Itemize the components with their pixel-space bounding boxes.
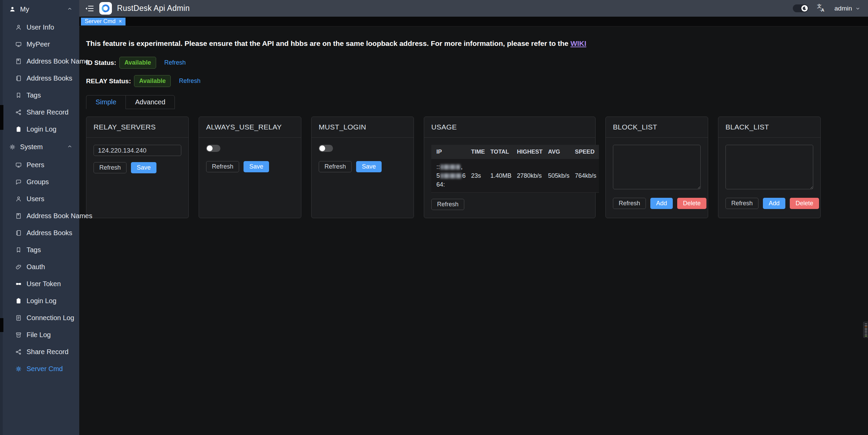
column-header-speed: SPEED: [572, 145, 599, 159]
relay-status-badge: Available: [134, 75, 171, 87]
user-menu[interactable]: admin: [834, 5, 861, 12]
sidebar-group-system[interactable]: System: [0, 138, 79, 156]
menu-fold-icon[interactable]: [85, 5, 94, 12]
sidebar-item-login-log-system[interactable]: Login Log: [0, 292, 79, 309]
id-status-label: ID Status:: [86, 59, 116, 67]
delete-button[interactable]: Delete: [677, 198, 706, 209]
refresh-button[interactable]: Refresh: [94, 162, 127, 173]
column-header-highest: HIGHEST: [514, 145, 546, 159]
id-status-badge: Available: [119, 57, 156, 69]
moon-icon: [801, 5, 808, 12]
relay-status-row: RELAY Status: Available Refresh: [86, 75, 868, 87]
sidebar-group-my[interactable]: My: [0, 0, 79, 19]
id-status-refresh-link[interactable]: Refresh: [164, 59, 186, 66]
usage-highest-cell: 2780kb/s: [514, 159, 546, 193]
notebook-icon: [15, 230, 22, 236]
sidebar-item-file-log[interactable]: File Log: [0, 326, 79, 343]
sidebar-item-user-token[interactable]: User Token: [0, 275, 79, 292]
dark-mode-toggle[interactable]: [793, 4, 808, 12]
gear-icon: [9, 144, 16, 150]
black-list-textarea[interactable]: [725, 145, 813, 189]
redacted-ip-segment: [440, 173, 462, 178]
sidebar-item-address-books[interactable]: Address Books: [0, 70, 79, 87]
book-icon: [15, 213, 22, 219]
share-icon: [15, 109, 22, 116]
id-status-row: ID Status: Available Refresh: [86, 57, 868, 69]
card-always-use-relay: ALWAYS_USE_RELAY Refresh Save: [199, 117, 301, 218]
refresh-button[interactable]: Refresh: [613, 198, 646, 209]
sidebar-item-tags[interactable]: Tags: [0, 87, 79, 104]
always-use-relay-toggle[interactable]: [206, 145, 220, 152]
usage-table: IP TIME TOTAL HIGHEST AVG SPEED ::,: [431, 145, 599, 193]
delete-button[interactable]: Delete: [790, 198, 819, 209]
sidebar-item-server-cmd[interactable]: Server Cmd: [0, 360, 79, 377]
refresh-button[interactable]: Refresh: [725, 198, 758, 209]
column-header-ip: IP: [431, 145, 468, 159]
tab-simple[interactable]: Simple: [86, 95, 126, 109]
sidebar-item-mypeer[interactable]: MyPeer: [0, 36, 79, 53]
card-must-login: MUST_LOGIN Refresh Save: [311, 117, 414, 218]
card-black-list: BLACK_LIST Refresh Add Delete: [718, 117, 821, 218]
sidebar-item-peers[interactable]: Peers: [0, 156, 79, 173]
sidebar-item-share-record-system[interactable]: Share Record: [0, 343, 79, 360]
paperclip-icon: [15, 264, 22, 270]
bookmark-icon: [15, 247, 22, 253]
sidebar-item-tags-system[interactable]: Tags: [0, 241, 79, 258]
must-login-toggle[interactable]: [319, 145, 333, 152]
share-icon: [15, 349, 22, 355]
translate-icon[interactable]: 文 A: [817, 3, 826, 14]
bookmark-icon: [15, 92, 22, 99]
person-outline-icon: [15, 196, 22, 202]
usage-speed-cell: 764kb/s: [572, 159, 599, 193]
column-header-total: TOTAL: [488, 145, 514, 159]
save-button[interactable]: Save: [131, 162, 156, 173]
column-header-time: TIME: [468, 145, 488, 159]
save-button[interactable]: Save: [244, 161, 269, 172]
sidebar-item-address-book-name[interactable]: Address Book Name: [0, 53, 79, 70]
sidebar-item-address-book-names[interactable]: Address Book Names: [0, 207, 79, 224]
refresh-button[interactable]: Refresh: [431, 199, 464, 210]
sidebar-item-groups[interactable]: Groups: [0, 173, 79, 190]
usage-avg-cell: 505kb/s: [545, 159, 572, 193]
refresh-button[interactable]: Refresh: [206, 161, 239, 172]
book-icon: [15, 58, 22, 65]
chevron-up-icon: [67, 6, 72, 13]
block-list-textarea[interactable]: [613, 145, 701, 189]
minimap-artifact: [863, 322, 868, 338]
chevron-down-icon: [855, 6, 861, 11]
redacted-ip-segment: [440, 164, 460, 170]
close-icon[interactable]: ×: [119, 19, 122, 24]
sidebar-item-share-record[interactable]: Share Record: [0, 104, 79, 121]
person-outline-icon: [15, 24, 22, 31]
sidebar-item-users[interactable]: Users: [0, 190, 79, 207]
card-relay-servers: RELAY_SERVERS Refresh Save: [86, 117, 189, 218]
card-title: BLOCK_LIST: [613, 123, 701, 131]
card-block-list: BLOCK_LIST Refresh Add Delete: [605, 117, 708, 218]
tab-strip: Server Cmd ×: [79, 17, 868, 27]
tab-advanced[interactable]: Advanced: [126, 95, 175, 109]
card-title: BLACK_LIST: [725, 123, 813, 131]
add-button[interactable]: Add: [650, 198, 673, 209]
gear-icon: [15, 366, 22, 372]
sidebar-item-address-books-system[interactable]: Address Books: [0, 224, 79, 241]
sidebar-item-login-log[interactable]: Login Log: [0, 121, 79, 138]
add-button[interactable]: Add: [763, 198, 785, 209]
relay-status-label: RELAY Status:: [86, 77, 131, 85]
view-tabs: Simple Advanced: [86, 95, 868, 109]
card-title: RELAY_SERVERS: [94, 123, 181, 131]
tab-label: Server Cmd: [85, 18, 116, 25]
sidebar: My User Info MyPeer Address Book Name Ad…: [0, 0, 79, 435]
sidebar-item-user-info[interactable]: User Info: [0, 19, 79, 36]
sidebar-item-connection-log[interactable]: Connection Log: [0, 309, 79, 326]
screen-artifact: [0, 105, 3, 130]
save-button[interactable]: Save: [356, 161, 382, 172]
sidebar-item-oauth[interactable]: Oauth: [0, 258, 79, 275]
column-header-avg: AVG: [545, 145, 572, 159]
refresh-button[interactable]: Refresh: [319, 161, 352, 172]
svg-text:A: A: [821, 7, 824, 12]
wiki-link[interactable]: WIKI: [570, 39, 586, 47]
tab-server-cmd[interactable]: Server Cmd ×: [81, 18, 126, 25]
relay-status-refresh-link[interactable]: Refresh: [179, 77, 200, 85]
relay-servers-input[interactable]: [94, 145, 181, 156]
rustdesk-logo: [99, 2, 112, 15]
